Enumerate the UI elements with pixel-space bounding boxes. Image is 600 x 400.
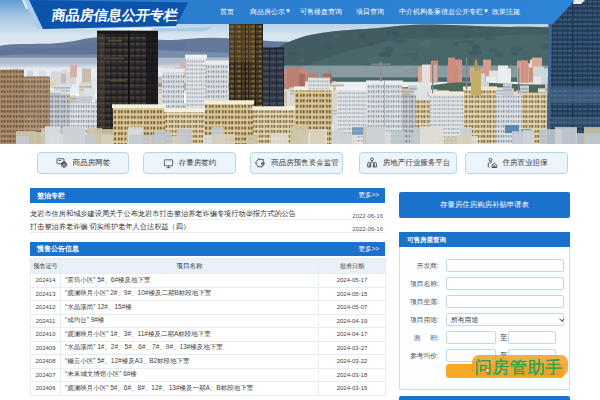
svg-text:商品房信息公开专栏: 商品房信息公开专栏	[50, 7, 179, 23]
